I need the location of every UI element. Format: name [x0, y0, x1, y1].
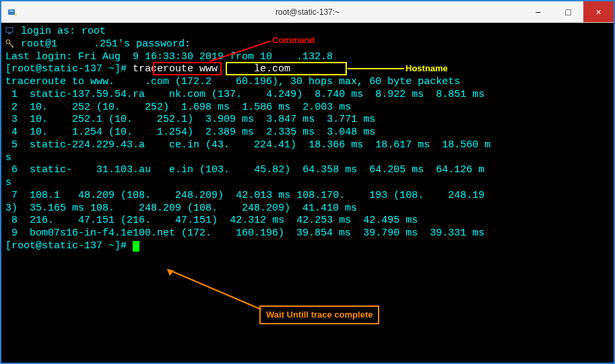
window-controls: − □ × — [523, 1, 614, 22]
svg-marker-9 — [167, 269, 174, 276]
wait-arrow — [167, 269, 275, 316]
terminal-line: s — [5, 152, 610, 165]
svg-rect-3 — [6, 28, 13, 32]
terminal-line: 9 bom07s16-in-f4.1e100.net (172. 160.196… — [5, 227, 610, 240]
svg-line-8 — [167, 269, 261, 310]
cursor — [133, 241, 139, 252]
minimize-button[interactable]: − — [523, 1, 553, 22]
terminal-line: 4 10. 1.254 (10. 1.254) 2.389 ms 2.335 m… — [5, 126, 610, 139]
svg-rect-2 — [15, 13, 17, 15]
window-title: root@static-137:~ — [1, 7, 614, 17]
terminal-line: [root@static-137 ~]# traceroute www. le.… — [5, 63, 610, 76]
terminal-prompt: [root@static-137 ~]# — [5, 240, 610, 253]
terminal-line: 5 static-224.229.43.a ce.in (43. 224.41)… — [5, 139, 610, 152]
key-icon — [5, 39, 15, 48]
titlebar: root@static-137:~ − □ × — [1, 1, 614, 23]
terminal-line: 1 static-137.59.54.ra nk.com (137. 4.249… — [5, 89, 610, 102]
terminal-line: 3 10. 252.1 (10. 252.1) 3.909 ms 3.847 m… — [5, 114, 610, 126]
terminal-line: 2 10. 252 (10. 252) 1.698 ms 1.586 ms 2.… — [5, 102, 610, 114]
terminal-line: Last login: Fri Aug 9 16:33:30 2019 from… — [5, 51, 610, 64]
terminal-line: root@1 .251's password: — [5, 38, 610, 51]
terminal-line: login as: root — [5, 26, 610, 38]
monitor-icon — [5, 26, 15, 36]
svg-rect-1 — [9, 11, 13, 11]
wait-label: Wait Untill trace complete — [259, 305, 379, 324]
terminal-body[interactable]: login as: root root@1 .251's password: L… — [1, 23, 614, 363]
terminal-line: traceroute to www. .com (172.2 60.196), … — [5, 76, 610, 89]
maximize-button[interactable]: □ — [553, 1, 583, 22]
command-text: traceroute — [133, 63, 193, 75]
hostname-text: www. le.com — [199, 63, 290, 75]
terminal-line: 6 static- 31.103.au e.in (103. 45.82) 64… — [5, 164, 610, 177]
terminal-line: s — [5, 177, 610, 190]
putty-icon — [7, 7, 18, 17]
terminal-window: root@static-137:~ − □ × login as: root r… — [0, 0, 615, 364]
terminal-line: 7 108.1 48.209 (108. 248.209) 42.013 ms … — [5, 190, 610, 203]
terminal-line: 8 216. 47.151 (216. 47.151) 42.312 ms 42… — [5, 215, 610, 227]
close-button[interactable]: × — [583, 1, 614, 22]
terminal-line: 3) 35.165 ms 108. 248.209 (108. 248.209)… — [5, 203, 610, 215]
svg-rect-0 — [8, 9, 15, 15]
svg-rect-4 — [8, 33, 11, 34]
